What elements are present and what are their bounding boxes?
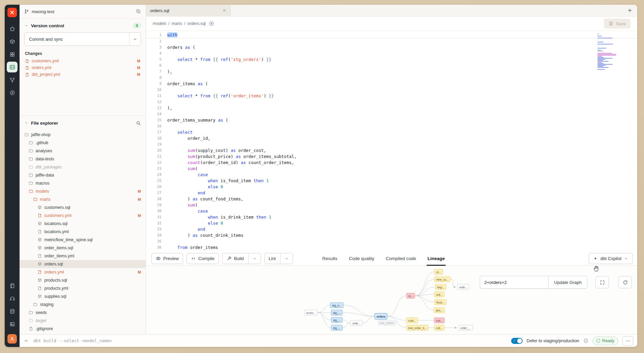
lineage-node-or[interactable]: or... (406, 293, 415, 299)
rail-gallery-icon[interactable] (7, 319, 18, 329)
rail-compass-icon[interactable] (7, 87, 18, 98)
chevron-down-icon[interactable] (282, 257, 289, 261)
lineage-node-stg_[interactable]: stg_... (331, 317, 343, 323)
rail-database-icon[interactable] (7, 306, 18, 317)
tree-item-macros[interactable]: macros (20, 179, 146, 187)
tab-orders-sql[interactable]: orders.sql (146, 5, 231, 16)
user-avatar[interactable] (7, 334, 17, 344)
tree-item-jaffle-shop[interactable]: jaffle-shop (20, 131, 146, 139)
folder-icon (33, 197, 38, 202)
lineage-selector-input[interactable] (480, 276, 548, 288)
tree-item-locations.yml[interactable]: locations.yml (20, 228, 146, 236)
lineage-node-stg_[interactable]: stg_... (331, 325, 343, 331)
lint-button[interactable]: Lint (264, 253, 293, 264)
tree-item-supplies.sql[interactable]: supplies.sql (20, 292, 146, 300)
rail-notebook-icon[interactable] (7, 280, 18, 291)
code-line-7: 7), (146, 69, 637, 75)
lineage-node-stg_o[interactable]: stg_o... (330, 302, 344, 308)
breadcrumb-segment[interactable]: orders.sql (187, 21, 206, 26)
lineage-node-order_[interactable]: order_... (458, 325, 473, 331)
tree-item-staging[interactable]: staging (20, 300, 146, 309)
rail-grid-icon[interactable] (7, 49, 18, 60)
open-link-icon[interactable] (209, 21, 214, 26)
rail-home-icon[interactable] (7, 23, 18, 34)
tab-title: orders.sql (150, 8, 169, 13)
file-explorer-header[interactable]: File explorer (20, 116, 146, 130)
changed-file-row[interactable]: orders.ymlM (20, 64, 146, 71)
tree-item-dbt_packages[interactable]: dbt_packages (20, 163, 146, 171)
preview-button[interactable]: Preview (151, 253, 183, 264)
tree-item-data-tests[interactable]: data-tests (20, 155, 146, 163)
more-options-button[interactable] (622, 336, 633, 346)
new-tab-plus-icon[interactable] (627, 8, 633, 13)
build-button[interactable]: Build (222, 253, 261, 264)
info-icon[interactable] (583, 338, 588, 343)
lineage-node-or[interactable]: or... (434, 269, 443, 275)
lineage-node-stg_[interactable]: stg_... (331, 310, 343, 316)
save-button[interactable]: Save (604, 19, 631, 29)
tree-item-order_items.sql[interactable]: order_items.sql (20, 244, 146, 252)
copy-icon[interactable] (136, 9, 141, 14)
fullscreen-button[interactable] (595, 276, 609, 288)
tree-item-order_items.yml[interactable]: order_items.yml (20, 252, 146, 260)
tree-item-products.yml[interactable]: products.yml (20, 284, 146, 292)
panel-tab-code-quality[interactable]: Code quality (343, 252, 380, 265)
rail-fork-icon[interactable] (7, 74, 18, 85)
update-graph-button[interactable]: Update Graph (548, 276, 587, 288)
tree-item-analyses[interactable]: analyses (20, 147, 146, 155)
tree-item-target[interactable]: target (20, 317, 146, 325)
tree-item-orders.yml[interactable]: orders.ymlM (20, 268, 146, 276)
defer-toggle[interactable] (511, 338, 523, 344)
tree-item-.gitignore[interactable]: .gitignore (20, 325, 146, 333)
tree-item-locations.sql[interactable]: locations.sql (20, 220, 146, 228)
rail-editor-icon[interactable] (7, 62, 18, 72)
tree-item-orders.sql[interactable]: orders.sql (20, 260, 146, 268)
changed-file-row[interactable]: customers.ymlM (20, 58, 146, 64)
lineage-node-orders[interactable]: orders (375, 313, 387, 320)
lineage-node-cust[interactable]: cust... (406, 318, 418, 323)
tree-item-models[interactable]: modelsM (20, 187, 146, 195)
tree-item-jaffle-data[interactable]: jaffle-data (20, 171, 146, 179)
panel-tab-lineage[interactable]: Lineage (422, 252, 450, 265)
rail-headset-icon[interactable] (7, 293, 18, 304)
lineage-node-drin[interactable]: drin... (434, 308, 445, 313)
chevron-down-icon[interactable] (250, 257, 257, 261)
refresh-button[interactable] (618, 276, 632, 288)
breadcrumb-segment[interactable]: marts (172, 21, 182, 26)
lineage-node-ecom[interactable]: ecom... (304, 310, 318, 316)
lineage-node-ord[interactable]: ord... (434, 292, 444, 297)
compile-button[interactable]: Compile (186, 253, 219, 264)
search-icon[interactable] (136, 121, 141, 126)
tree-item-metricflow_time_spine.sql[interactable]: metricflow_time_spine.sql (20, 236, 146, 244)
changed-file-row[interactable]: dbt_project.ymlM (20, 71, 146, 78)
lineage-node-new_cu[interactable]: new_cu... (434, 277, 450, 282)
breadcrumb-segment[interactable]: models (153, 21, 166, 26)
version-control-header[interactable]: Version control 3 (20, 19, 146, 30)
command-input[interactable] (33, 338, 507, 344)
tree-item-customers.sql[interactable]: customers.sql (20, 203, 146, 212)
lineage-node-cus[interactable]: cus... (434, 318, 445, 323)
commit-and-sync-dropdown[interactable]: Commit and sync (24, 32, 141, 46)
modified-badge: M (137, 72, 140, 76)
lineage-node-food[interactable]: food... (434, 299, 446, 305)
panel-tab-compiled-code[interactable]: Compiled code (380, 252, 422, 265)
tree-item-marts[interactable]: martsM (20, 195, 146, 203)
lineage-node-orde[interactable]: orde... (350, 320, 362, 326)
rail-archive-icon[interactable] (7, 36, 18, 47)
tree-item-customers.yml[interactable]: customers.ymlM (20, 212, 146, 220)
close-icon[interactable] (222, 8, 226, 12)
editor-minimap[interactable] (597, 34, 619, 71)
chevron-up-icon[interactable] (24, 338, 29, 343)
tree-item-seeds[interactable]: seeds (20, 309, 146, 317)
tree-item-.github[interactable]: .github (20, 139, 146, 147)
tree-item-products.sql[interactable]: products.sql (20, 276, 146, 284)
lineage-node-test_orders[interactable]: test_orders (378, 320, 396, 326)
lineage-node-larg[interactable]: larg... (435, 284, 446, 290)
panel-tab-results[interactable]: Results (317, 252, 343, 265)
dbt-copilot-button[interactable]: dbt Copilot (589, 253, 633, 264)
lineage-node-test_order_it[interactable]: test_order_it... (406, 325, 429, 331)
lineage-node-orde[interactable]: orde... (457, 284, 469, 290)
code-line-5: 5 select * from {{ ref('stg_orders') }} (146, 57, 637, 63)
lineage-node-ord[interactable]: ord... (434, 325, 444, 331)
code-editor[interactable]: 1with23orders as (45 select * from {{ re… (146, 31, 637, 252)
